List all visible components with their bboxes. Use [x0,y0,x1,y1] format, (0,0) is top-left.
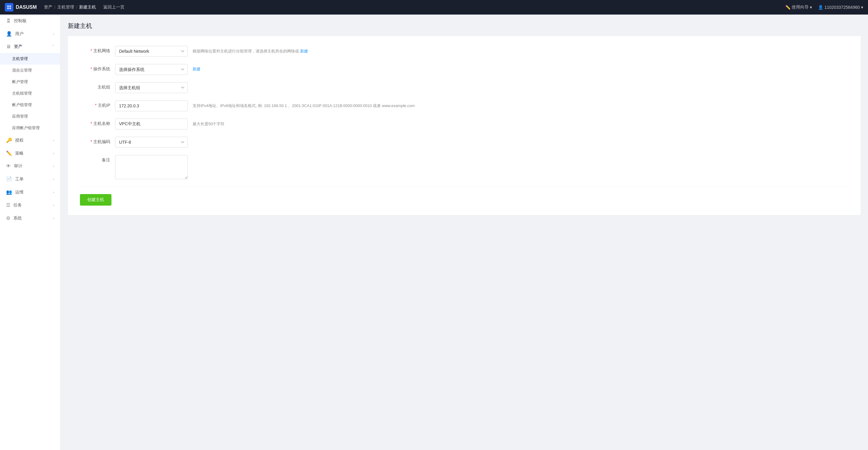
sidebar-sub-account-mgmt[interactable]: 帐户管理 [0,76,60,88]
breadcrumb-host-mgmt: 主机管理 [57,4,74,10]
system-icon: ⚙ [6,215,10,221]
guide-chevron-icon: ▾ [810,5,812,10]
guide-label: 使用向导 [792,4,809,10]
sidebar-item-label-task: 任务 [13,202,22,208]
dashboard-icon: 🎛 [6,18,11,24]
breadcrumb-sep2: / [76,5,77,10]
sidebar-item-policy[interactable]: ✏️ 策略 › [0,147,60,160]
network-control-wrap: Default Network 根据网络位置对主机进行分组管理，请选择主机所在的… [115,46,848,57]
main-content: 新建主机 主机网络 Default Network 根据网络位置对主机进行分组管… [61,15,868,450]
host-enc-label: 主机编码 [80,137,110,145]
host-name-row: 主机名称 最大长度50个字符 [80,118,848,130]
sidebar-sub-host-mgmt[interactable]: 主机管理 [0,53,60,64]
top-navigation: DASUSM 资产 / 主机管理 / 新建主机 返回上一页 ✏️ 使用向导 ▾ … [0,0,868,15]
sidebar-item-label-audit: 审计 [14,164,23,169]
logo-text: DASUSM [16,4,37,10]
sidebar-item-label-ops: 运维 [15,190,24,195]
user-arrow-icon: › [53,32,54,36]
network-label: 主机网络 [80,46,110,54]
network-hint: 根据网络位置对主机进行分组管理，请选择主机所在的网络或 新建 [193,46,308,54]
host-ip-input[interactable] [115,101,188,111]
sidebar-item-label-dashboard: 控制板 [14,18,27,24]
os-new-link[interactable]: 新建 [193,64,200,72]
sidebar-sub-label-host-mgmt: 主机管理 [12,56,28,61]
auth-arrow-icon: › [53,138,54,142]
breadcrumb-sep1: / [54,5,55,10]
host-group-label: 主机组 [80,82,110,90]
layout: 🎛 控制板 👤 用户 › 🖥 资产 ˅ 主机管理 混合云管理 帐户管理 主机组管… [0,15,868,450]
pencil-icon: ✏️ [785,5,790,10]
sidebar-sub-host-group-mgmt[interactable]: 主机组管理 [0,88,60,99]
ops-icon: 👥 [6,189,12,195]
create-host-button[interactable]: 创建主机 [80,194,112,205]
user-icon: 👤 [818,5,823,10]
sidebar-sub-label-account-mgmt: 帐户管理 [12,79,28,85]
remark-control-wrap [115,155,848,179]
auth-icon: 🔑 [6,137,12,143]
user-label: 110203372584960 [825,5,860,10]
host-name-hint: 最大长度50个字符 [193,118,224,127]
policy-arrow-icon: › [53,151,54,156]
audit-arrow-icon: › [53,164,54,168]
logo-icon [5,3,13,11]
sidebar-sub-label-app-mgmt: 应用管理 [12,114,28,119]
remark-label: 备注 [80,155,110,163]
network-select[interactable]: Default Network [115,46,188,57]
user-nav-icon: 👤 [6,31,12,37]
host-ip-row: 主机IP 支持IPv4地址、IPv6地址和域名格式, 例: 192.168.50… [80,101,848,111]
host-group-row: 主机组 选择主机组 [80,82,848,93]
nav-left: DASUSM 资产 / 主机管理 / 新建主机 返回上一页 [5,3,124,11]
sidebar-sub-hybrid-cloud[interactable]: 混合云管理 [0,64,60,76]
sidebar-sub-app-mgmt[interactable]: 应用管理 [0,111,60,122]
host-group-control-wrap: 选择主机组 [115,82,848,93]
sidebar-item-label-asset: 资产 [14,44,23,50]
breadcrumb: 资产 / 主机管理 / 新建主机 [44,4,96,10]
policy-icon: ✏️ [6,150,12,156]
task-arrow-icon: › [53,203,54,207]
sidebar-sub-label-host-group-mgmt: 主机组管理 [12,91,32,96]
remark-row: 备注 [80,155,848,179]
host-enc-select[interactable]: UTF-8 [115,137,188,148]
sidebar-sub-label-hybrid-cloud: 混合云管理 [12,67,32,73]
remark-textarea[interactable] [115,155,188,179]
os-row: 操作系统 选择操作系统 新建 [80,64,848,75]
sidebar-item-user[interactable]: 👤 用户 › [0,27,60,40]
user-chevron-icon: ▾ [861,5,863,10]
network-new-link[interactable]: 新建 [300,47,308,53]
host-name-input[interactable] [115,118,188,130]
sidebar-sub-account-group-mgmt[interactable]: 帐户组管理 [0,99,60,111]
sidebar-item-label-auth: 授权 [15,138,24,143]
user-button[interactable]: 👤 110203372584960 ▾ [818,5,863,10]
os-select[interactable]: 选择操作系统 [115,64,188,75]
host-name-control-wrap: 最大长度50个字符 [115,118,848,130]
sidebar-sub-label-account-group-mgmt: 帐户组管理 [12,102,32,108]
sidebar-item-label-user: 用户 [15,31,24,37]
asset-arrow-icon: ˅ [52,45,54,49]
ticket-icon: 📄 [6,176,12,182]
sidebar-item-system[interactable]: ⚙ 系统 › [0,212,60,225]
host-group-select[interactable]: 选择主机组 [115,82,188,93]
sidebar-item-dashboard[interactable]: 🎛 控制板 [0,15,60,27]
form-divider [80,187,848,187]
sidebar-sub-app-account-group-mgmt[interactable]: 应用帐户组管理 [0,122,60,134]
sidebar-item-auth[interactable]: 🔑 授权 › [0,134,60,147]
sidebar-item-task[interactable]: ☰ 任务 › [0,199,60,212]
sidebar-item-asset[interactable]: 🖥 资产 ˅ [0,40,60,53]
host-enc-control-wrap: UTF-8 [115,137,848,148]
sidebar-item-label-policy: 策略 [15,151,24,156]
guide-button[interactable]: ✏️ 使用向导 ▾ [785,4,812,10]
network-row: 主机网络 Default Network 根据网络位置对主机进行分组管理，请选择… [80,46,848,57]
host-ip-control-wrap: 支持IPv4地址、IPv6地址和域名格式, 例: 192.168.50.1 、2… [115,101,848,111]
sidebar-item-ops[interactable]: 👥 运维 › [0,186,60,199]
sidebar-item-ticket[interactable]: 📄 工单 › [0,172,60,186]
sidebar-sub-label-app-account-group-mgmt: 应用帐户组管理 [12,125,40,131]
back-link[interactable]: 返回上一页 [103,4,124,10]
sidebar-item-label-system: 系统 [13,216,22,221]
logo: DASUSM [5,3,37,11]
audit-icon: 👁 [6,164,11,169]
sidebar-item-audit[interactable]: 👁 审计 › [0,160,60,172]
host-ip-label: 主机IP [80,101,110,108]
host-ip-hint: 支持IPv4地址、IPv6地址和域名格式, 例: 192.168.50.1 、2… [193,101,414,109]
nav-right: ✏️ 使用向导 ▾ 👤 110203372584960 ▾ [785,4,863,10]
ticket-arrow-icon: › [53,177,54,181]
